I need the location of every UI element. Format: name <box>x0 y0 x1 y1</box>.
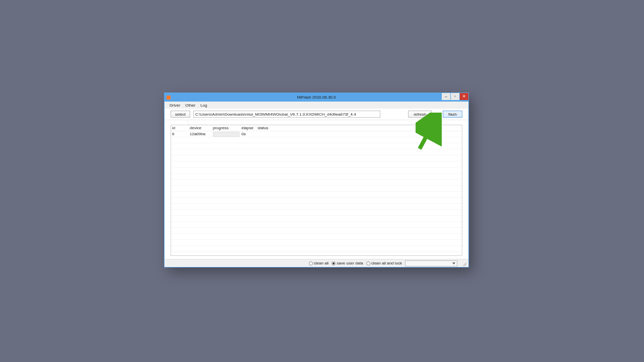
menu-log[interactable]: Log <box>200 103 207 108</box>
radio-clean-all[interactable]: clean all <box>309 261 329 265</box>
table-row[interactable]: 6 12a09ba 0s <box>171 131 462 137</box>
rom-path-input[interactable]: C:\Users\Admin\Downloads\miui_MI3WMI4WGl… <box>193 111 380 118</box>
header-progress[interactable]: progress <box>212 126 240 130</box>
radio-icon <box>366 261 370 265</box>
window-title: MiFlash 2016.08.30.0 <box>297 95 336 100</box>
resize-grip-icon[interactable] <box>461 261 466 266</box>
menu-driver[interactable]: Driver <box>170 103 180 108</box>
header-status[interactable]: status <box>257 126 428 130</box>
close-button[interactable]: ✕ <box>460 93 468 100</box>
app-icon <box>167 96 171 100</box>
cell-progress <box>212 132 240 137</box>
flash-button[interactable]: flash <box>443 111 462 118</box>
app-window: MiFlash 2016.08.30.0 – ▫ ✕ Driver Other … <box>164 93 469 267</box>
device-table: id device progress elapse status result … <box>171 125 462 256</box>
progress-bar <box>213 132 239 137</box>
table-header: id device progress elapse status result <box>171 125 462 131</box>
titlebar[interactable]: MiFlash 2016.08.30.0 – ▫ ✕ <box>165 93 468 102</box>
header-device[interactable]: device <box>189 126 212 130</box>
radio-icon <box>309 261 313 265</box>
header-elapse[interactable]: elapse <box>240 126 257 130</box>
header-result[interactable]: result <box>428 126 459 130</box>
toolbar-separator <box>165 120 468 125</box>
cell-elapse: 0s <box>240 132 257 136</box>
menu-other[interactable]: Other <box>185 103 195 108</box>
cell-device: 12a09ba <box>189 132 212 136</box>
radio-label: clean all <box>314 261 329 265</box>
select-button[interactable]: select <box>171 111 190 118</box>
radio-label: clean all and lock <box>371 261 402 265</box>
header-id[interactable]: id <box>171 126 189 130</box>
radio-clean-all-and-lock[interactable]: clean all and lock <box>366 261 402 265</box>
radio-icon <box>332 261 336 265</box>
maximize-button[interactable]: ▫ <box>451 93 459 100</box>
grid-background <box>171 137 462 255</box>
menu-bar: Driver Other Log <box>165 102 468 109</box>
toolbar: select C:\Users\Admin\Downloads\miui_MI3… <box>165 109 468 120</box>
radio-label: save user data <box>337 261 363 265</box>
refresh-button[interactable]: refresh <box>408 111 432 118</box>
status-bar: clean all save user data clean all and l… <box>165 259 468 267</box>
cell-id: 6 <box>171 132 189 136</box>
options-dropdown[interactable] <box>405 260 457 266</box>
minimize-button[interactable]: – <box>442 93 450 100</box>
window-controls: – ▫ ✕ <box>442 93 468 100</box>
radio-save-user-data[interactable]: save user data <box>332 261 363 265</box>
